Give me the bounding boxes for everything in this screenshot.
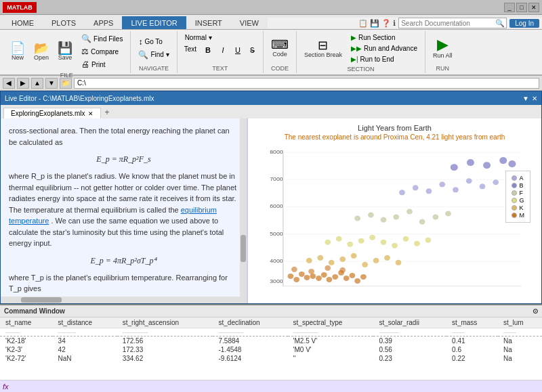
find-button[interactable]: 🔍Find ▾ bbox=[135, 49, 172, 61]
legend-label-m: M bbox=[520, 212, 525, 219]
text-button[interactable]: Text bbox=[182, 44, 199, 57]
col-st-solar-radii: st_solar_radii bbox=[373, 318, 446, 328]
tab-insert[interactable]: INSERT bbox=[186, 16, 231, 29]
strikethrough-button[interactable]: S̶ bbox=[247, 44, 259, 57]
editor-content: cross-sectional area. Then the total ene… bbox=[1, 118, 541, 303]
command-window-icon[interactable]: ⊙ bbox=[533, 307, 538, 315]
up-button[interactable]: ▲ bbox=[31, 78, 43, 89]
tab-view[interactable]: VIEW bbox=[231, 16, 268, 29]
editor-horizontal-scrollbar[interactable] bbox=[1, 297, 240, 303]
col-st-lum: st_lum bbox=[498, 318, 542, 328]
browse-button[interactable]: ▼ bbox=[45, 78, 58, 89]
tab-live-editor[interactable]: LIVE EDITOR bbox=[122, 16, 186, 29]
code-button[interactable]: ⌨ Code bbox=[268, 37, 292, 60]
tab-apps[interactable]: APPS bbox=[85, 16, 122, 29]
minimize-button[interactable]: _ bbox=[504, 3, 515, 12]
open-button[interactable]: 📂 Open bbox=[30, 40, 52, 63]
svg-point-20 bbox=[321, 272, 327, 278]
save-button[interactable]: 💾 Save bbox=[54, 40, 76, 63]
tab-close-icon[interactable]: ✕ bbox=[88, 110, 93, 117]
search-input[interactable] bbox=[399, 20, 494, 27]
svg-point-24 bbox=[343, 276, 350, 281]
svg-point-30 bbox=[325, 265, 331, 271]
row1-name: 'K2-18' bbox=[0, 336, 53, 346]
scatter-plot: 8000 7000 6000 5000 4000 3000 Temperatur… bbox=[253, 144, 536, 286]
close-button[interactable]: ✕ bbox=[528, 3, 539, 12]
tab-home[interactable]: HOME bbox=[3, 16, 43, 29]
maximize-button[interactable]: □ bbox=[516, 3, 527, 12]
scrollbar-thumb[interactable] bbox=[241, 235, 246, 262]
svg-point-26 bbox=[354, 278, 360, 284]
row2-name: 'K2-3' bbox=[0, 345, 53, 354]
text-group-label: TEXT bbox=[212, 64, 228, 72]
italic-button[interactable]: I bbox=[217, 44, 229, 57]
row1-dec: 7.5884 bbox=[213, 336, 287, 346]
legend-item-g: G bbox=[512, 197, 525, 204]
svg-point-16 bbox=[299, 271, 305, 277]
svg-text:6000: 6000 bbox=[270, 203, 283, 210]
chart-legend: A B F G bbox=[505, 171, 531, 223]
ribbon-group-navigate: ↕Go To 🔍Find ▾ NAVIGATE bbox=[131, 31, 177, 73]
row3-name: 'K2-72' bbox=[0, 354, 53, 363]
toolbar-icons: 📋 💾 ❓ ℹ bbox=[358, 19, 396, 28]
command-table-area[interactable]: st_name st_distance st_right_ascension s… bbox=[0, 318, 542, 380]
editor-minimize-icon[interactable]: ▼ bbox=[522, 95, 529, 102]
new-button[interactable]: 📄 New bbox=[7, 40, 28, 63]
legend-label-g: G bbox=[520, 197, 524, 204]
tab-plots[interactable]: PLOTS bbox=[43, 16, 85, 29]
svg-point-29 bbox=[308, 269, 314, 274]
goto-button[interactable]: ↕Go To bbox=[135, 36, 172, 48]
svg-point-35 bbox=[339, 257, 346, 262]
h-scrollbar-thumb[interactable] bbox=[21, 297, 62, 303]
forward-button[interactable]: ▶ bbox=[17, 78, 29, 89]
svg-point-61 bbox=[426, 188, 432, 194]
new-tab-button[interactable]: + bbox=[101, 106, 114, 118]
login-button[interactable]: Log In bbox=[509, 19, 539, 28]
print-button[interactable]: 🖨Print bbox=[78, 58, 126, 70]
svg-point-67 bbox=[451, 164, 458, 171]
editor-tab-file[interactable]: ExploringExoplanets.mlx ✕ bbox=[3, 108, 101, 118]
svg-point-51 bbox=[354, 216, 360, 221]
run-all-button[interactable]: ▶ Run All bbox=[430, 35, 456, 61]
row2-spec: 'M0 V' bbox=[288, 345, 374, 354]
section-break-button[interactable]: ⊟ Section Break bbox=[301, 37, 346, 60]
run-advance-button[interactable]: ▶▶Run and Advance bbox=[348, 43, 421, 53]
ribbon-group-run: ▶ Run All RUN bbox=[425, 31, 460, 73]
title-bar-controls[interactable]: _ □ ✕ bbox=[504, 3, 539, 12]
section-group-label: SECTION bbox=[347, 64, 374, 72]
find-files-button[interactable]: 🔍Find Files bbox=[78, 32, 126, 45]
command-input[interactable] bbox=[12, 383, 539, 391]
legend-label-k: K bbox=[520, 204, 524, 211]
svg-text:3000: 3000 bbox=[270, 278, 283, 284]
svg-point-39 bbox=[384, 255, 390, 261]
editor-text-panel[interactable]: cross-sectional area. Then the total ene… bbox=[1, 118, 248, 303]
normal-dropdown[interactable]: Normal ▾ bbox=[182, 32, 215, 43]
run-section-button[interactable]: ▶Run Section bbox=[348, 32, 421, 43]
back-button[interactable]: ◀ bbox=[3, 78, 15, 89]
row1-lum: Na bbox=[498, 336, 542, 346]
svg-point-48 bbox=[403, 236, 409, 242]
row3-lum: Na bbox=[498, 354, 542, 363]
compare-button[interactable]: ⚖Compare bbox=[78, 45, 126, 58]
editor-close-icon[interactable]: ✕ bbox=[532, 95, 537, 102]
command-prompt[interactable]: fx bbox=[0, 380, 542, 392]
bold-button[interactable]: B bbox=[202, 44, 214, 57]
svg-point-46 bbox=[381, 240, 387, 245]
file-buttons: 📄 New 📂 Open 💾 Save 🔍Find Files ⚖Compare bbox=[7, 32, 126, 70]
run-to-end-button[interactable]: ▶|Run to End bbox=[348, 54, 421, 64]
underline-button[interactable]: U bbox=[232, 44, 244, 57]
svg-point-45 bbox=[369, 235, 375, 240]
equation1: E_p = πR_p²F_s bbox=[9, 153, 238, 165]
ribbon-group-code: ⌨ Code CODE bbox=[264, 31, 297, 73]
folder-button[interactable]: 📁 bbox=[60, 78, 72, 89]
path-display[interactable]: C:\ bbox=[74, 78, 539, 89]
legend-label-b: B bbox=[520, 182, 524, 189]
run-group-label: RUN bbox=[436, 64, 449, 72]
svg-point-41 bbox=[325, 240, 331, 245]
editor-vertical-scrollbar[interactable] bbox=[240, 118, 247, 303]
data-table: st_name st_distance st_right_ascension s… bbox=[0, 318, 542, 363]
search-box[interactable]: 🔍 bbox=[398, 18, 507, 28]
table-row: 'K2-3' 42 172.33 -1.4548 'M0 V' 0.56 0.6… bbox=[0, 345, 542, 354]
search-icon[interactable]: 🔍 bbox=[494, 19, 506, 28]
legend-dot-m bbox=[512, 213, 517, 218]
